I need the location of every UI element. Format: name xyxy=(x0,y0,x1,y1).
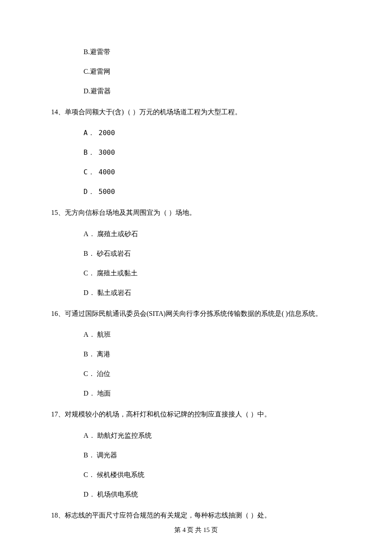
option-text: 机场供电系统 xyxy=(97,491,138,498)
option-letter: A． xyxy=(84,230,95,237)
question-14-option-b: B． 3000 xyxy=(51,147,341,158)
option-text: 泊位 xyxy=(97,370,110,377)
page-footer: 第 4 页 共 15 页 xyxy=(0,525,392,535)
question-15-option-b: B． 砂石或岩石 xyxy=(51,249,341,259)
option-letter: A． xyxy=(84,331,95,338)
option-text: 2000 xyxy=(98,129,115,137)
option-text: 地面 xyxy=(97,390,111,397)
option-text: 腐殖土或黏土 xyxy=(97,269,138,277)
option-text: 砂石或岩石 xyxy=(97,250,131,257)
question-17: 17、对规模较小的机场，高杆灯和机位标记牌的控制应直接接人（ ）中。 xyxy=(51,408,341,421)
option-letter: B． xyxy=(84,451,95,459)
question-15: 15、无方向信标台场地及其周围宜为（ ）场地。 xyxy=(51,206,341,219)
option-text: 4000 xyxy=(98,168,115,176)
page-number: 第 4 页 共 15 页 xyxy=(174,526,217,533)
question-text: 可通过国际民航通讯委员会(SITA)网关向行李分拣系统传输数据的系统是( )信息… xyxy=(65,310,322,317)
question-16-option-d: D． 地面 xyxy=(51,388,341,399)
question-17-option-c: C． 候机楼供电系统 xyxy=(51,470,341,480)
question-14-option-d: D． 5000 xyxy=(51,187,341,197)
question-16: 16、可通过国际民航通讯委员会(SITA)网关向行李分拣系统传输数据的系统是( … xyxy=(51,307,341,320)
option-letter: A． xyxy=(84,129,95,137)
question-text: 无方向信标台场地及其周围宜为（ ）场地。 xyxy=(65,209,196,216)
question-18: 18、标志线的平面尺寸应符合规范的有关规定，每种标志线抽测（ ）处。 xyxy=(51,509,341,522)
question-14-option-c: C． 4000 xyxy=(51,167,341,177)
question-text: 单项合同额大于(含)（ ）万元的机场场道工程为大型工程。 xyxy=(65,108,242,116)
option-letter: C． xyxy=(84,269,95,277)
option-letter: D． xyxy=(84,289,95,296)
option-letter: C． xyxy=(84,471,95,478)
question-14-option-a: A． 2000 xyxy=(51,128,341,138)
question-number: 15、 xyxy=(51,209,65,216)
question-text: 标志线的平面尺寸应符合规范的有关规定，每种标志线抽测（ ）处。 xyxy=(65,512,271,519)
question-16-option-b: B． 离港 xyxy=(51,349,341,359)
option-text: 离港 xyxy=(97,350,110,358)
question-15-option-c: C． 腐殖土或黏土 xyxy=(51,268,341,278)
question-number: 17、 xyxy=(51,410,65,418)
orphan-option: C.避雷网 xyxy=(51,66,341,77)
question-text: 对规模较小的机场，高杆灯和机位标记牌的控制应直接接人（ ）中。 xyxy=(65,410,271,418)
option-letter: D． xyxy=(84,491,95,498)
option-letter: D． xyxy=(84,390,95,397)
orphan-option: D.避雷器 xyxy=(51,86,341,96)
question-17-option-b: B． 调光器 xyxy=(51,450,341,460)
option-text: 调光器 xyxy=(97,451,117,459)
option-text: 航班 xyxy=(97,331,111,338)
question-16-option-a: A． 航班 xyxy=(51,330,341,340)
option-letter: D． xyxy=(84,188,95,196)
question-15-option-d: D． 黏土或岩石 xyxy=(51,288,341,298)
question-16-option-c: C． 泊位 xyxy=(51,369,341,379)
option-letter: C． xyxy=(84,168,95,176)
orphan-option: B.避雷带 xyxy=(51,47,341,57)
question-number: 18、 xyxy=(51,512,65,519)
question-number: 14、 xyxy=(51,108,65,116)
question-17-option-d: D． 机场供电系统 xyxy=(51,489,341,500)
option-text: 候机楼供电系统 xyxy=(97,471,144,478)
option-text: 黏土或岩石 xyxy=(97,289,131,296)
question-number: 16、 xyxy=(51,310,65,317)
option-letter: B． xyxy=(84,250,95,257)
option-text: 5000 xyxy=(98,188,115,196)
option-letter: A． xyxy=(84,432,95,439)
option-text: 助航灯光监控系统 xyxy=(97,432,152,439)
option-label: C.避雷网 xyxy=(84,68,110,75)
question-17-option-a: A． 助航灯光监控系统 xyxy=(51,431,341,441)
option-label: D.避雷器 xyxy=(84,87,111,95)
option-text: 3000 xyxy=(98,148,115,156)
option-label: B.避雷带 xyxy=(84,48,110,55)
question-14: 14、单项合同额大于(含)（ ）万元的机场场道工程为大型工程。 xyxy=(51,106,341,119)
option-text: 腐殖土或砂石 xyxy=(97,230,138,237)
option-letter: B． xyxy=(84,148,95,156)
option-letter: C． xyxy=(84,370,95,377)
option-letter: B． xyxy=(84,350,95,358)
question-15-option-a: A． 腐殖土或砂石 xyxy=(51,229,341,239)
